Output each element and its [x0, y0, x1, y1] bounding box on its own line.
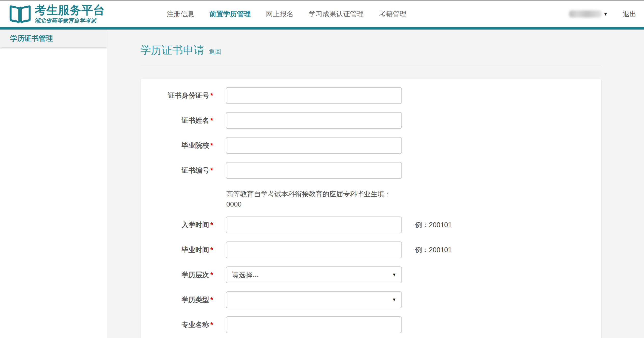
- username-redacted: [569, 10, 602, 18]
- field-label: 证书姓名*: [141, 116, 213, 125]
- field-label: 入学时间*: [141, 220, 213, 229]
- title-divider: [140, 67, 601, 67]
- field-control: [226, 241, 402, 258]
- page-title: 学历证书申请: [140, 44, 204, 57]
- sidebar: 学历证书管理: [0, 30, 107, 338]
- label-text: 专业名称: [181, 321, 209, 329]
- back-link[interactable]: 返回: [209, 48, 221, 56]
- logout-button[interactable]: 退出: [623, 9, 636, 19]
- chevron-down-icon: ▾: [604, 11, 607, 17]
- form-row-graduation-date: 毕业时间* 例：200101: [141, 241, 601, 258]
- selected-value: 请选择...: [232, 270, 258, 279]
- app-header: 考生服务平台 湖北省高等教育自学考试 注册信息 前置学历管理 网上报名 学习成果…: [0, 1, 644, 27]
- page-head: 学历证书申请 返回: [140, 44, 644, 57]
- certificate-number-input[interactable]: [226, 162, 402, 179]
- open-book-logo-icon: [9, 3, 31, 25]
- certificate-number-note: 高等教育自学考试本科衔接教育的应届专科毕业生填： 0000: [141, 189, 601, 209]
- user-area: ▾ 退出: [569, 1, 636, 27]
- field-label: 学历层次*: [141, 270, 213, 279]
- education-level-select[interactable]: 请选择... ▼: [226, 266, 402, 283]
- form-row-education-type: 学历类型* ▼: [141, 291, 601, 308]
- graduation-school-input[interactable]: [226, 137, 402, 154]
- main-content: 学历证书申请 返回 证书身份证号* 证书姓名* 毕业院校*: [107, 30, 644, 338]
- brand-text: 考生服务平台 湖北省高等教育自学考试: [35, 4, 105, 24]
- required-asterisk: *: [210, 142, 213, 149]
- field-control: [226, 87, 402, 104]
- sidebar-item-certificate-management[interactable]: 学历证书管理: [0, 30, 107, 47]
- field-control: [226, 217, 402, 233]
- field-label: 学历类型*: [141, 295, 213, 304]
- certificate-application-form-card: 证书身份证号* 证书姓名* 毕业院校* 证书编号*: [140, 79, 601, 338]
- label-text: 学历类型: [181, 296, 209, 304]
- label-text: 学历层次: [181, 271, 209, 279]
- required-asterisk: *: [210, 92, 213, 99]
- header-accent-bar: [0, 27, 644, 30]
- label-text: 毕业院校: [181, 142, 209, 149]
- form-row-certificate-number: 证书编号*: [141, 162, 601, 179]
- field-control: [226, 316, 402, 333]
- required-asterisk: *: [210, 167, 213, 174]
- brand: 考生服务平台 湖北省高等教育自学考试: [9, 3, 105, 25]
- field-control: ▼: [226, 291, 402, 308]
- enrollment-date-hint: 例：200101: [415, 220, 452, 229]
- field-label: 毕业时间*: [141, 245, 213, 254]
- form-row-major-name: 专业名称*: [141, 316, 601, 333]
- dropdown-caret-icon: ▼: [392, 272, 396, 277]
- education-type-select[interactable]: ▼: [226, 291, 402, 308]
- nav-item-prior-education-management[interactable]: 前置学历管理: [209, 9, 251, 19]
- field-label: 证书身份证号*: [141, 91, 213, 100]
- dropdown-caret-icon: ▼: [392, 297, 396, 302]
- certificate-id-number-input[interactable]: [226, 87, 402, 104]
- brand-subtitle: 湖北省高等教育自学考试: [35, 17, 105, 24]
- field-control: [226, 162, 402, 179]
- label-text: 毕业时间: [181, 246, 209, 254]
- required-asterisk: *: [210, 221, 213, 229]
- required-asterisk: *: [210, 246, 213, 254]
- form-row-enrollment-date: 入学时间* 例：200101: [141, 217, 601, 233]
- graduation-date-input[interactable]: [226, 241, 402, 258]
- form-row-certificate-name: 证书姓名*: [141, 112, 601, 129]
- main-nav: 注册信息 前置学历管理 网上报名 学习成果认证管理 考籍管理: [167, 1, 422, 27]
- label-text: 入学时间: [181, 221, 209, 229]
- label-text: 证书姓名: [181, 117, 209, 124]
- form-row-education-level: 学历层次* 请选择... ▼: [141, 266, 601, 283]
- label-text: 证书身份证号: [168, 92, 209, 99]
- label-text: 证书编号: [181, 167, 209, 174]
- brand-title: 考生服务平台: [35, 4, 105, 17]
- field-label: 证书编号*: [141, 166, 213, 175]
- nav-item-online-enrollment[interactable]: 网上报名: [266, 9, 293, 19]
- field-control: 请选择... ▼: [226, 266, 402, 283]
- form-row-certificate-id-number: 证书身份证号*: [141, 87, 601, 104]
- note-line-2: 0000: [226, 199, 601, 209]
- nav-item-learning-outcome-certification[interactable]: 学习成果认证管理: [309, 9, 364, 19]
- field-label: 专业名称*: [141, 320, 213, 329]
- certificate-name-input[interactable]: [226, 112, 402, 129]
- body-layout: 学历证书管理 学历证书申请 返回 证书身份证号* 证书姓名* 毕业院校*: [0, 30, 644, 338]
- required-asterisk: *: [210, 296, 213, 304]
- nav-item-exam-record-management[interactable]: 考籍管理: [379, 9, 407, 19]
- user-menu[interactable]: ▾: [569, 10, 607, 18]
- field-control: [226, 137, 402, 154]
- major-name-input[interactable]: [226, 316, 402, 333]
- note-line-1: 高等教育自学考试本科衔接教育的应届专科毕业生填：: [226, 189, 601, 199]
- field-control: [226, 112, 402, 129]
- form-row-graduation-school: 毕业院校*: [141, 137, 601, 154]
- required-asterisk: *: [210, 271, 213, 279]
- enrollment-date-input[interactable]: [226, 217, 402, 233]
- field-label: 毕业院校*: [141, 141, 213, 150]
- graduation-date-hint: 例：200101: [415, 245, 452, 254]
- required-asterisk: *: [210, 117, 213, 124]
- nav-item-registration-info[interactable]: 注册信息: [167, 9, 194, 19]
- required-asterisk: *: [210, 321, 213, 329]
